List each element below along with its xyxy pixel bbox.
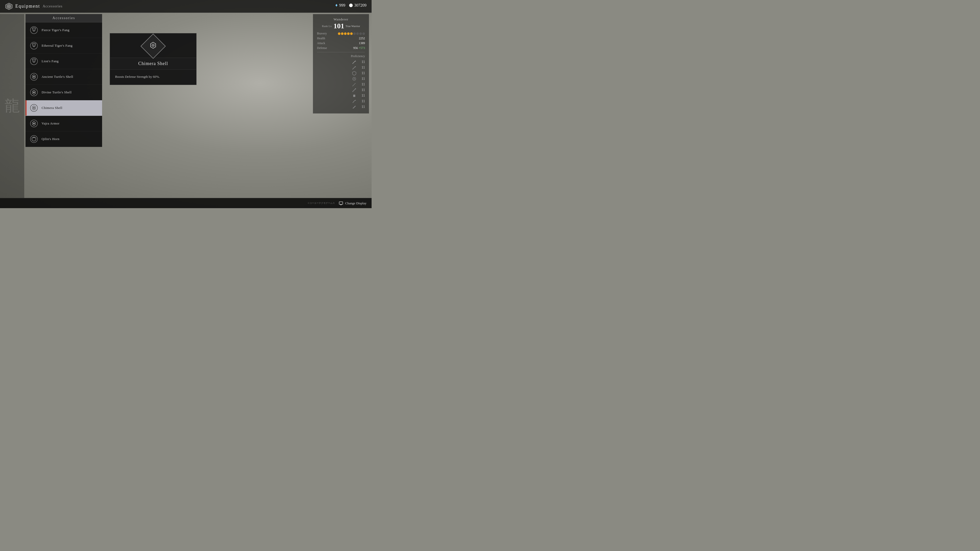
svg-point-26 xyxy=(33,76,35,78)
prof-value-9: 11 xyxy=(359,105,365,109)
dot-4 xyxy=(347,32,350,35)
proficiency-row-3: 11 xyxy=(317,71,365,76)
list-item[interactable]: Divine Turtle's Shell xyxy=(25,85,102,100)
dual-blade-icon-9 xyxy=(352,105,356,109)
item-name: Fierce Tiger's Fang xyxy=(41,28,69,32)
dot-9 xyxy=(363,32,365,35)
blade-icon-5 xyxy=(352,82,356,87)
bottom-bar: ©コーエーテクモゲームス Change Display xyxy=(0,198,372,208)
list-item-selected[interactable]: Chimera Shell xyxy=(25,100,102,116)
gold-icon xyxy=(349,3,353,7)
svg-point-32 xyxy=(33,107,35,109)
dragon-decoration: 龍 xyxy=(5,96,20,116)
display-icon xyxy=(339,201,343,206)
svg-line-3 xyxy=(352,61,355,64)
proficiency-row-6: 11 xyxy=(317,88,365,92)
prof-value-4: 11 xyxy=(359,77,365,81)
item-name: Divine Turtle's Shell xyxy=(41,90,72,94)
prof-value-1: 11 xyxy=(359,60,365,64)
attack-value: 1389 xyxy=(359,41,365,45)
detail-item-name: Chimera Shell xyxy=(110,58,196,70)
bravery-dots xyxy=(338,32,365,35)
svg-line-10 xyxy=(353,83,355,86)
svg-point-29 xyxy=(33,92,35,93)
list-item[interactable]: Ancient Turtle's Shell xyxy=(25,69,102,85)
svg-point-8 xyxy=(354,78,355,79)
item-detail-popup: Chimera Shell Boosts Defense Strength by… xyxy=(110,33,197,85)
list-item[interactable]: Ethereal Tiger's Fang xyxy=(25,38,102,54)
equipment-icon xyxy=(5,3,13,10)
item-icon-lion xyxy=(29,57,38,66)
character-name: Wanderer xyxy=(317,17,365,21)
svg-point-12 xyxy=(355,88,356,89)
detail-item-description: Boosts Defense Strength by 60%. xyxy=(110,70,196,85)
svg-line-11 xyxy=(352,89,355,92)
stat-health: Health 2252 xyxy=(317,37,365,40)
currency-diamond: ♦ 999 xyxy=(335,3,345,8)
health-value: 2252 xyxy=(359,37,365,40)
fist-icon-7 xyxy=(352,94,356,98)
item-name: Vajra Armor xyxy=(41,121,59,125)
attack-label: Attack xyxy=(317,41,325,45)
dot-3 xyxy=(344,32,347,35)
rank-label: Rank Lv. xyxy=(322,24,332,27)
circle-icon-4 xyxy=(352,76,356,81)
list-item[interactable]: Lion's Fang xyxy=(25,54,102,69)
sword-icon-1 xyxy=(352,60,356,64)
sword-icon-2 xyxy=(352,65,356,70)
proficiency-row-2: 11 xyxy=(317,65,365,70)
list-item[interactable]: Qilin's Horn xyxy=(25,131,102,147)
proficiency-title: Proficiency xyxy=(317,54,365,58)
svg-rect-41 xyxy=(339,202,343,204)
shield-icon-3 xyxy=(352,71,356,76)
svg-point-35 xyxy=(33,123,35,124)
proficiency-section: Proficiency 11 11 11 11 11 11 11 xyxy=(317,54,365,109)
proficiency-row-8: 11 xyxy=(317,99,365,103)
svg-point-36 xyxy=(30,135,38,143)
rank-title: True Warrior xyxy=(345,24,360,27)
prof-value-7: 11 xyxy=(359,94,365,98)
dot-6 xyxy=(353,32,356,35)
accessories-header: Accessories xyxy=(25,14,102,22)
item-name: Ethereal Tiger's Fang xyxy=(41,44,73,48)
dot-7 xyxy=(356,32,359,35)
side-ornament: 龍 xyxy=(0,14,24,198)
stat-attack: Attack 1389 xyxy=(317,41,365,45)
item-name: Lion's Fang xyxy=(41,59,59,63)
dot-5 xyxy=(350,32,353,35)
rank-number: 101 xyxy=(334,22,344,30)
item-name: Ancient Turtle's Shell xyxy=(41,75,73,79)
character-rank: Rank Lv. 101 True Warrior xyxy=(317,22,365,30)
list-item[interactable]: Vajra Armor xyxy=(25,116,102,131)
staff-icon-6 xyxy=(352,88,356,92)
prof-value-5: 11 xyxy=(359,83,365,86)
top-bar: Equipment Accessories ♦ 999 307209 xyxy=(0,0,372,13)
item-name-chimera: Chimera Shell xyxy=(41,106,62,110)
item-icon-shell1 xyxy=(29,72,38,81)
character-panel: Wanderer Rank Lv. 101 True Warrior Brave… xyxy=(313,14,369,114)
list-item[interactable]: Fierce Tiger's Fang xyxy=(25,22,102,38)
stat-defense: Defense 956 +573 xyxy=(317,46,365,50)
item-icon-qilin xyxy=(29,135,38,144)
page-title: Equipment xyxy=(15,3,40,9)
prof-value-3: 11 xyxy=(359,71,365,75)
dot-8 xyxy=(360,32,362,35)
detail-icon-area xyxy=(110,33,196,58)
proficiency-row-4: 11 xyxy=(317,76,365,81)
item-icon-shell2 xyxy=(29,88,38,97)
item-icon-chimera xyxy=(29,103,38,113)
divider xyxy=(317,52,365,52)
stat-bravery: Bravery xyxy=(317,32,365,35)
prof-value-2: 11 xyxy=(359,65,365,70)
proficiency-row-7: 11 xyxy=(317,94,365,98)
bravery-label: Bravery xyxy=(317,32,327,35)
item-name: Qilin's Horn xyxy=(41,137,59,141)
svg-line-5 xyxy=(352,66,355,69)
item-icon-fang xyxy=(29,25,38,35)
currency-gold-value: 307209 xyxy=(354,3,366,8)
detail-icon xyxy=(148,41,158,52)
dot-2 xyxy=(341,32,344,35)
prof-value-8: 11 xyxy=(359,99,365,103)
currency-display: ♦ 999 307209 xyxy=(335,3,366,8)
change-display-button[interactable]: Change Display xyxy=(339,201,366,206)
